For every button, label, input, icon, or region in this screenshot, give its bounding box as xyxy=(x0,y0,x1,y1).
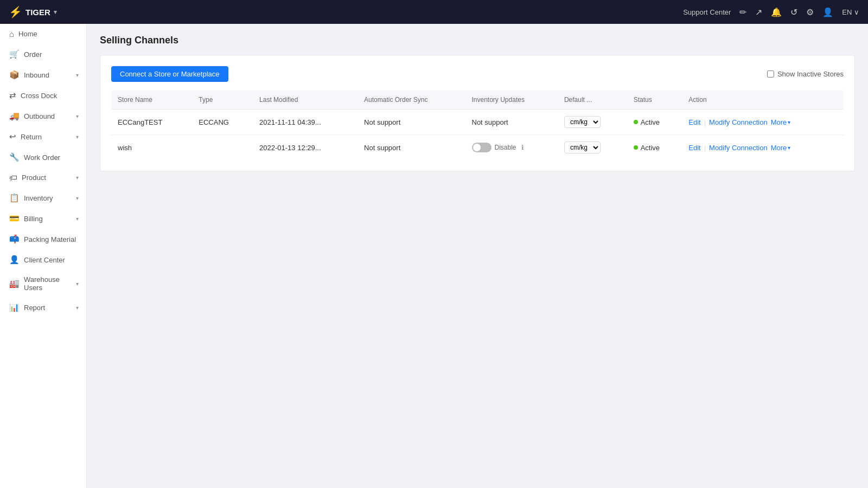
cell-inventory-updates-2: Disable ℹ xyxy=(465,135,558,160)
more-button-1[interactable]: More ▾ xyxy=(771,118,791,126)
cell-action-2: Edit | Modify Connection More ▾ xyxy=(682,135,844,160)
cell-default-unit-2[interactable]: cm/kg in/lb xyxy=(558,135,627,160)
order-icon: 🛒 xyxy=(9,49,20,59)
inventory-chevron-icon: ▾ xyxy=(76,195,79,201)
sidebar-item-client-center[interactable]: 👤 Client Center xyxy=(0,249,86,270)
sidebar-label-home: Home xyxy=(18,30,79,38)
status-dot-active-icon xyxy=(634,120,638,124)
product-icon: 🏷 xyxy=(9,173,17,182)
sidebar-label-report: Report xyxy=(24,304,72,312)
toggle-wrap-2: Disable ℹ xyxy=(472,143,551,152)
action-links-2: Edit | Modify Connection More ▾ xyxy=(688,144,837,152)
edit-link-2[interactable]: Edit xyxy=(688,144,700,152)
sidebar-label-order: Order xyxy=(24,50,79,59)
col-last-modified: Last Modified xyxy=(253,91,358,110)
billing-chevron-icon: ▾ xyxy=(76,216,79,222)
sidebar-item-outbound[interactable]: 🚚 Outbound ▾ xyxy=(0,106,86,126)
warehouse-users-icon: 🏭 xyxy=(9,279,20,288)
sidebar-label-warehouse-users: Warehouse Users xyxy=(24,275,72,292)
app-logo[interactable]: ⚡ TIGER ▾ xyxy=(9,5,57,18)
status-dot-active-2-icon xyxy=(634,145,638,150)
more-chevron-icon-1: ▾ xyxy=(788,119,790,125)
col-inventory-updates: Inventory Updates xyxy=(465,91,558,110)
tiger-logo-icon: ⚡ xyxy=(9,5,22,18)
client-center-icon: 👤 xyxy=(9,255,20,265)
sidebar-item-work-order[interactable]: 🔧 Work Order xyxy=(0,147,86,168)
col-store-name: Store Name xyxy=(111,91,192,110)
toolbar: Connect a Store or Marketplace Show Inac… xyxy=(111,66,844,82)
show-inactive-checkbox[interactable] xyxy=(767,70,774,78)
sidebar-item-billing[interactable]: 💳 Billing ▾ xyxy=(0,208,86,229)
report-chevron-icon: ▾ xyxy=(76,305,79,311)
sidebar-item-report[interactable]: 📊 Report ▾ xyxy=(0,297,86,318)
export-icon[interactable]: ↗ xyxy=(755,7,762,17)
toggle-knob-2 xyxy=(473,144,481,151)
sidebar-item-home[interactable]: ⌂ Home xyxy=(0,24,86,44)
sidebar: ⌂ Home 🛒 Order 📦 Inbound ▾ ⇄ Cross Dock … xyxy=(0,24,87,488)
cell-store-name-2: wish xyxy=(111,135,192,160)
sidebar-label-inventory: Inventory xyxy=(24,194,72,202)
account-icon[interactable]: 👤 xyxy=(822,7,833,17)
outbound-chevron-icon: ▾ xyxy=(76,113,79,119)
show-inactive-label: Show Inactive Stores xyxy=(767,70,844,78)
inbound-chevron-icon: ▾ xyxy=(76,72,79,78)
sidebar-item-return[interactable]: ↩ Return ▾ xyxy=(0,126,86,147)
sidebar-label-product: Product xyxy=(22,174,72,182)
packing-material-icon: 📫 xyxy=(9,234,20,244)
status-badge-1: Active xyxy=(634,118,676,126)
default-unit-select-2[interactable]: cm/kg in/lb xyxy=(564,142,601,153)
modify-connection-link-2[interactable]: Modify Connection xyxy=(709,144,768,152)
toggle-label-2: Disable xyxy=(495,144,516,151)
notification-icon[interactable]: 🔔 xyxy=(771,7,782,17)
work-order-icon: 🔧 xyxy=(9,152,20,162)
sidebar-label-cross-dock: Cross Dock xyxy=(21,92,79,100)
sidebar-item-packing-material[interactable]: 📫 Packing Material xyxy=(0,229,86,249)
inventory-toggle-2[interactable] xyxy=(472,143,492,152)
info-icon-2[interactable]: ℹ xyxy=(521,144,524,151)
sidebar-label-billing: Billing xyxy=(24,215,72,223)
refresh-icon[interactable]: ↺ xyxy=(790,7,797,17)
sidebar-item-inbound[interactable]: 📦 Inbound ▾ xyxy=(0,65,86,85)
warehouse-users-chevron-icon: ▾ xyxy=(76,281,79,287)
modify-connection-link-1[interactable]: Modify Connection xyxy=(709,118,768,126)
show-inactive-text: Show Inactive Stores xyxy=(777,70,844,78)
sidebar-item-warehouse-users[interactable]: 🏭 Warehouse Users ▾ xyxy=(0,270,86,297)
table-row: wish 2022-01-13 12:29... Not support xyxy=(111,135,844,160)
home-icon: ⌂ xyxy=(9,29,14,38)
layout: ⌂ Home 🛒 Order 📦 Inbound ▾ ⇄ Cross Dock … xyxy=(0,24,868,488)
cell-type: ECCANG xyxy=(192,110,253,135)
connect-store-button[interactable]: Connect a Store or Marketplace xyxy=(111,66,228,82)
sidebar-label-inbound: Inbound xyxy=(24,71,72,79)
main-content: Selling Channels Connect a Store or Mark… xyxy=(87,24,868,488)
sidebar-item-order[interactable]: 🛒 Order xyxy=(0,44,86,65)
more-button-2[interactable]: More ▾ xyxy=(771,144,791,152)
col-action: Action xyxy=(682,91,844,110)
action-divider-2: | xyxy=(704,144,706,152)
edit-link-1[interactable]: Edit xyxy=(688,118,700,126)
support-center-link[interactable]: Support Center xyxy=(683,8,731,16)
edit-icon[interactable]: ✏ xyxy=(739,7,746,17)
status-badge-2: Active xyxy=(634,144,676,152)
sidebar-label-work-order: Work Order xyxy=(24,153,79,162)
cell-status-2: Active xyxy=(627,135,682,160)
default-unit-select-1[interactable]: cm/kg in/lb xyxy=(564,116,601,128)
cell-default-unit[interactable]: cm/kg in/lb xyxy=(558,110,627,135)
language-selector[interactable]: EN ∨ xyxy=(842,8,859,16)
sidebar-item-cross-dock[interactable]: ⇄ Cross Dock xyxy=(0,85,86,106)
product-chevron-icon: ▾ xyxy=(76,175,79,181)
status-text-2: Active xyxy=(641,144,660,152)
settings-icon[interactable]: ⚙ xyxy=(806,7,814,17)
cell-type-2 xyxy=(192,135,253,160)
cell-last-modified-2: 2022-01-13 12:29... xyxy=(253,135,358,160)
sidebar-item-product[interactable]: 🏷 Product ▾ xyxy=(0,168,86,188)
sidebar-label-packing-material: Packing Material xyxy=(24,235,79,243)
status-text-1: Active xyxy=(641,118,660,126)
top-nav: ⚡ TIGER ▾ Support Center ✏ ↗ 🔔 ↺ ⚙ 👤 EN … xyxy=(0,0,868,24)
cell-action-1: Edit | Modify Connection More ▾ xyxy=(682,110,844,135)
app-name: TIGER xyxy=(25,8,50,17)
sidebar-item-inventory[interactable]: 📋 Inventory ▾ xyxy=(0,188,86,208)
selling-channels-card: Connect a Store or Marketplace Show Inac… xyxy=(100,55,855,171)
return-icon: ↩ xyxy=(9,132,16,142)
cross-dock-icon: ⇄ xyxy=(9,91,16,100)
page-title: Selling Channels xyxy=(100,35,855,46)
